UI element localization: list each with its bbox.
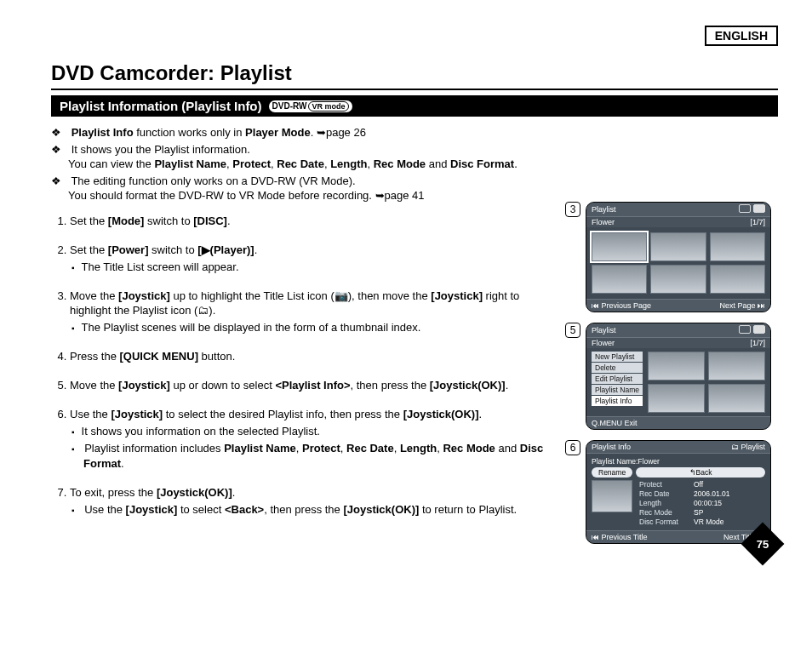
substep: Playlist information includes Playlist N…	[83, 441, 548, 472]
back-button: ↰Back	[636, 467, 765, 478]
thumbnail	[592, 265, 647, 294]
figure-number-6: 6	[565, 440, 580, 455]
title-list-tab-icon	[739, 325, 751, 334]
thumbnail	[650, 232, 706, 261]
screen-playlist-thumbs: Playlist Flower [1/7]	[586, 202, 771, 312]
thumbnail	[710, 265, 765, 294]
title-list-tab-icon	[739, 204, 751, 213]
section-header: Playlist Information (Playlist Info) DVD…	[51, 95, 778, 117]
thumbnail	[648, 384, 705, 413]
prev-page-label: ⏮ Previous Page	[592, 301, 651, 310]
step-4: Press the [QUICK MENU] button.	[70, 349, 548, 364]
substep: It shows you information on the selected…	[83, 424, 548, 439]
screen-title: Playlist Info	[592, 443, 631, 451]
info-properties: ProtectOff Rec Date2006.01.01 Length00:0…	[639, 480, 730, 527]
page-title: DVD Camcorder: Playlist	[51, 46, 778, 90]
info-name-value: Flower	[638, 457, 660, 466]
step-1: Set the [Mode] switch to [DISC].	[70, 214, 548, 229]
intro-item: It shows you the Playlist information. Y…	[68, 142, 548, 172]
menu-item-playlist-name: Playlist Name	[592, 385, 643, 395]
quick-menu-list: New Playlist Delete Edit Playlist Playli…	[592, 352, 643, 413]
screen-title: Playlist	[592, 205, 616, 214]
screen-playlist-info: Playlist Info 🗂 Playlist Playlist Name:F…	[586, 440, 771, 544]
step-3: Move the [Joystick] up to highlight the …	[70, 289, 548, 336]
prev-title-label: ⏮ Previous Title	[592, 533, 648, 541]
language-label: ENGLISH	[705, 26, 778, 46]
disc-mode-badge: DVD-RW VR mode	[269, 100, 352, 112]
qmenu-exit-label: Q.MENU Exit	[592, 419, 638, 427]
substep: The Playlist scenes will be displayed in…	[83, 320, 548, 335]
thumbnail	[592, 232, 647, 261]
thumbnail	[650, 265, 706, 294]
menu-item-playlist-info: Playlist Info	[592, 396, 643, 406]
playlist-tab-icon	[753, 325, 765, 334]
playlist-counter: [1/7]	[750, 218, 765, 226]
page-number: 75	[747, 529, 778, 559]
rename-button: Rename	[592, 467, 632, 478]
info-name-label: Playlist Name:	[592, 457, 638, 466]
step-7: To exit, press the [Joystick(OK)]. Use t…	[70, 485, 548, 518]
thumbnail	[710, 232, 765, 261]
playlist-tab: 🗂 Playlist	[731, 443, 765, 451]
menu-item-edit-playlist: Edit Playlist	[592, 374, 643, 384]
step-2: Set the [Power] switch to [▶(Player)]. T…	[70, 243, 548, 275]
figure-number-3: 3	[565, 202, 580, 217]
thumbnail	[708, 352, 765, 380]
figures-column: 3 Playlist Flower [1/7]	[565, 125, 778, 554]
next-page-label: Next Page ⏭	[719, 301, 765, 310]
menu-item-delete: Delete	[592, 363, 643, 373]
substep: Use the [Joystick] to select <Back>, the…	[83, 502, 548, 518]
playlist-counter: [1/7]	[750, 339, 765, 347]
thumbnail	[708, 384, 765, 413]
substep: The Title List screen will appear.	[83, 260, 548, 275]
step-5: Move the [Joystick] up or down to select…	[70, 378, 548, 393]
figure-number-5: 5	[565, 323, 580, 338]
screen-title: Playlist	[592, 326, 616, 335]
section-title: Playlist Information (Playlist Info)	[60, 99, 262, 113]
intro-item: Playlist Info function works only in Pla…	[68, 125, 548, 140]
info-thumbnail	[592, 480, 632, 512]
playlist-tab-icon	[753, 204, 765, 213]
intro-bullets: Playlist Info function works only in Pla…	[51, 125, 548, 203]
step-6: Use the [Joystick] to select the desired…	[70, 407, 548, 472]
thumbnail	[648, 352, 705, 380]
playlist-name: Flower	[592, 339, 615, 347]
screen-quick-menu: Playlist Flower [1/7] New Playlist Delet…	[586, 323, 771, 430]
menu-item-new-playlist: New Playlist	[592, 352, 643, 362]
instruction-column: Playlist Info function works only in Pla…	[51, 125, 557, 554]
steps-list: Set the [Mode] switch to [DISC]. Set the…	[51, 214, 548, 518]
intro-item: The editing function only works on a DVD…	[68, 174, 548, 203]
playlist-name: Flower	[592, 218, 615, 226]
